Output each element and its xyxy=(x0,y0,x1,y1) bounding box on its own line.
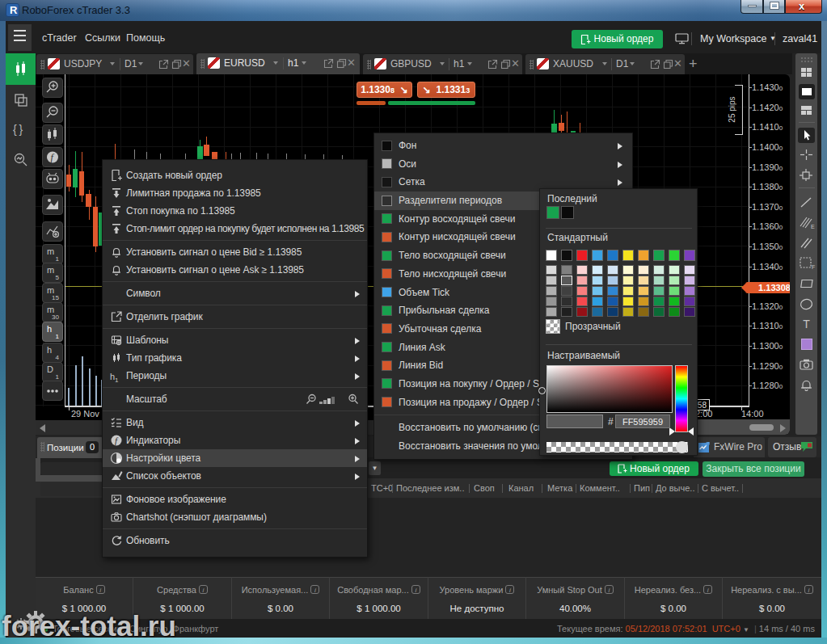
svg-text:E: E xyxy=(811,224,815,229)
svg-text:F: F xyxy=(812,264,815,270)
